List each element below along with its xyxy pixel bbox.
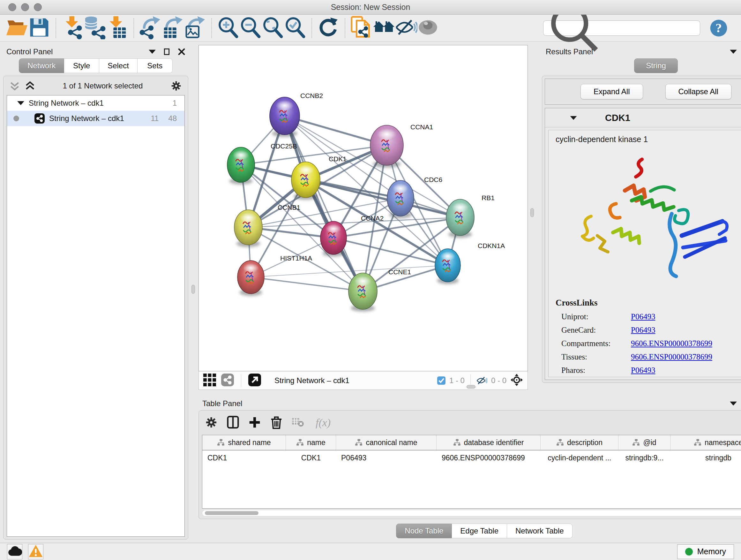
column-header-id[interactable]: @id xyxy=(618,435,670,450)
network-node-rb1[interactable]: RB1 xyxy=(446,194,495,238)
collection-count: 1 xyxy=(173,99,177,108)
expand-all-icon[interactable] xyxy=(25,81,35,91)
column-header-name[interactable]: name xyxy=(286,435,336,450)
zoom-fit-button[interactable] xyxy=(262,17,284,39)
network-node-cdc25b[interactable]: CDC25B xyxy=(227,142,297,185)
birdseye-grid-button[interactable] xyxy=(203,374,216,387)
crosslink-link[interactable]: 9606.ENSP00000378699 xyxy=(631,339,712,348)
help-button[interactable]: ? xyxy=(710,19,728,37)
tab-style[interactable]: Style xyxy=(64,58,99,73)
column-header-shared-name[interactable]: shared name xyxy=(202,435,286,450)
search-input[interactable] xyxy=(603,23,696,33)
zoom-out-icon xyxy=(239,16,262,40)
zoom-out-button[interactable] xyxy=(239,17,262,39)
gene-description: cyclin-dependent kinase 1 xyxy=(556,135,741,144)
crosslink-link[interactable]: P06493 xyxy=(631,326,655,334)
network-row[interactable]: String Network – cdk1 11 48 xyxy=(7,111,185,126)
dock-menu-icon[interactable] xyxy=(149,48,156,55)
maximize-window-button[interactable] xyxy=(34,3,42,11)
string-import-button[interactable] xyxy=(350,17,373,39)
network-node-ccnb2[interactable]: CCNB2 xyxy=(270,92,323,137)
export-image-icon xyxy=(184,16,206,40)
open-session-button[interactable] xyxy=(6,17,28,39)
tab-node-table[interactable]: Node Table xyxy=(396,523,452,538)
network-node-ccne1[interactable]: CCNE1 xyxy=(348,268,411,312)
crosslink-link[interactable]: P06493 xyxy=(631,312,655,321)
string-home-button[interactable] xyxy=(373,17,395,39)
zoom-in-button[interactable] xyxy=(217,17,239,39)
cloud-status-button[interactable] xyxy=(7,544,22,559)
tab-sets[interactable]: Sets xyxy=(138,58,173,73)
delete-column-button[interactable] xyxy=(270,416,282,429)
control-panel-header: Control Panel xyxy=(3,45,189,58)
dock-menu-icon[interactable] xyxy=(730,48,737,55)
crosslink-link[interactable]: P06493 xyxy=(631,366,655,375)
column-header-database-identifier[interactable]: database identifier xyxy=(436,435,541,450)
add-column-button[interactable] xyxy=(249,416,261,429)
minimize-window-button[interactable] xyxy=(21,3,29,11)
gene-card-header[interactable]: CDK1 xyxy=(545,108,741,127)
node-label-cdk1: CDK1 xyxy=(329,155,347,163)
selected-checkbox-icon[interactable] xyxy=(437,376,446,385)
column-header-description[interactable]: description xyxy=(541,435,618,450)
network-node-cdkn1a[interactable]: CDKN1A xyxy=(435,242,505,284)
network-collection-row[interactable]: String Network – cdk1 1 xyxy=(7,96,185,111)
crosslink-link[interactable]: 9606.ENSP00000378699 xyxy=(631,353,712,361)
network-share-button[interactable] xyxy=(221,374,234,387)
export-image-button[interactable] xyxy=(184,17,206,39)
columns-icon xyxy=(227,416,239,430)
grid-icon xyxy=(203,374,216,387)
import-network-database-button[interactable] xyxy=(84,17,106,39)
zoom-selected-button[interactable] xyxy=(284,17,307,39)
import-network-file-button[interactable] xyxy=(61,17,84,39)
table-row[interactable]: CDK1CDK1P064939606.ENSP00000378699cyclin… xyxy=(202,450,741,465)
collection-expander-icon[interactable] xyxy=(17,101,24,106)
collapse-all-button[interactable]: Collapse All xyxy=(665,84,731,99)
fit-selected-button[interactable] xyxy=(510,374,523,387)
tab-select[interactable]: Select xyxy=(99,58,138,73)
dock-menu-icon[interactable] xyxy=(730,400,737,407)
hide-panel-button[interactable] xyxy=(395,17,417,39)
network-canvas[interactable]: CCNB2CCNA1CDC25BCDK1CDC6RB1CCNB1CCNA2CDK… xyxy=(199,45,528,371)
dock-close-icon[interactable] xyxy=(178,48,185,55)
left-splitter-handle[interactable] xyxy=(192,285,195,294)
collapse-all-icon[interactable] xyxy=(10,81,19,91)
show-columns-button[interactable] xyxy=(227,416,239,429)
column-header-canonical-name[interactable]: canonical name xyxy=(336,435,436,450)
table-options-button[interactable] xyxy=(205,416,217,429)
network-node-hist1h1a[interactable]: HIST1H1A xyxy=(238,254,312,296)
horizontal-splitter-handle[interactable] xyxy=(467,385,475,388)
detach-view-button[interactable] xyxy=(248,374,261,387)
right-splitter-handle[interactable] xyxy=(530,208,534,217)
close-window-button[interactable] xyxy=(8,3,16,11)
results-panel: Results Panel String Expand All Collapse… xyxy=(542,45,741,392)
apply-layout-button[interactable] xyxy=(317,17,340,39)
main-toolbar: ? xyxy=(0,15,741,42)
dock-float-icon[interactable] xyxy=(163,48,171,55)
table-horizontal-scrollbar[interactable] xyxy=(202,510,741,516)
tab-string[interactable]: String xyxy=(634,58,678,73)
import-table-button[interactable] xyxy=(106,17,128,39)
function-builder-button[interactable]: f(x) xyxy=(316,417,331,429)
delete-table-button[interactable] xyxy=(292,416,304,429)
save-session-button[interactable] xyxy=(28,17,51,39)
database-import-icon xyxy=(84,16,106,40)
network-options-button[interactable] xyxy=(171,80,182,91)
memory-status-dot xyxy=(685,548,693,556)
warning-icon xyxy=(28,544,43,558)
network-graph[interactable]: CCNB2CCNA1CDC25BCDK1CDC6RB1CCNB1CCNA2CDK… xyxy=(199,45,528,371)
warnings-button[interactable] xyxy=(28,544,44,559)
tab-edge-table[interactable]: Edge Table xyxy=(452,523,507,538)
export-table-button[interactable] xyxy=(161,17,184,39)
tab-network-table[interactable]: Network Table xyxy=(507,523,572,538)
export-network-button[interactable] xyxy=(139,17,161,39)
expand-all-button[interactable]: Expand All xyxy=(581,84,643,99)
gene-expander-icon[interactable] xyxy=(570,116,577,120)
memory-button[interactable]: Memory xyxy=(677,544,734,559)
scrollbar-thumb[interactable] xyxy=(205,511,259,515)
hidden-eye-icon[interactable] xyxy=(476,376,487,385)
tab-network[interactable]: Network xyxy=(19,58,64,73)
import-network-icon xyxy=(61,16,84,40)
column-header-namespace[interactable]: namespace xyxy=(670,435,741,450)
show-panel-button[interactable] xyxy=(417,17,440,39)
